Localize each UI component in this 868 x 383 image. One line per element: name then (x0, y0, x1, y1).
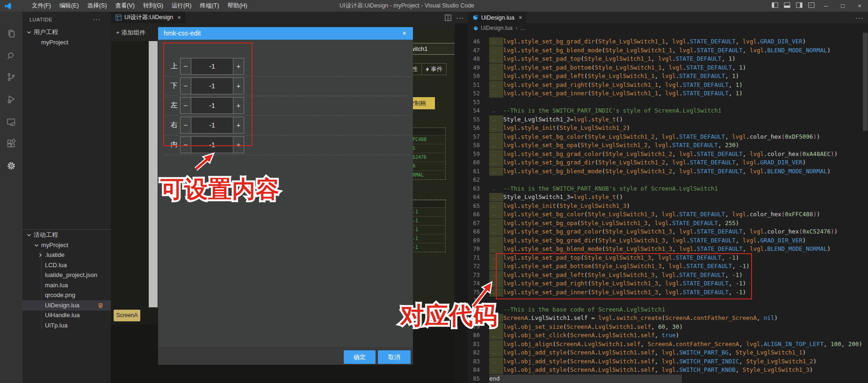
tab-ui-designer[interactable]: UI设计器:UiDesign × (111, 12, 186, 23)
title-bar: 文件(F)编辑(E)选择(S)查看(V)转到(G)运行(R)终端(T)帮助(H)… (0, 0, 868, 12)
lightning-icon (426, 67, 429, 72)
editor-actions-more-icon[interactable]: ··· (456, 14, 464, 21)
current-line-highlight (489, 375, 682, 383)
code-line-62: 62 (468, 176, 868, 184)
code-line-63: 63→--This is the SWITCH_PART_KNOB's styl… (468, 184, 868, 193)
designer-tabbar-actions[interactable]: ··· (445, 12, 464, 23)
tree-item-用户工程[interactable]: 用户工程 (22, 27, 111, 37)
tree-item-main.lua[interactable]: main.lua (22, 280, 111, 291)
dialog-title: hmk-css-edit (164, 29, 201, 37)
code-line-78: 78→ScreenA.LvglSwitch1.self = lvgl.switc… (468, 314, 868, 323)
search-icon[interactable] (6, 51, 16, 61)
tree-item-UiTp.lua[interactable]: UiTp.lua (22, 320, 111, 331)
sidebar-more-icon[interactable]: ··· (93, 15, 101, 23)
minimize-button[interactable]: – (817, 0, 834, 12)
designer-tab-bar: UI设计器:UiDesign × ··· (111, 12, 468, 23)
tree-item-UiHandle.lua[interactable]: UiHandle.lua (22, 310, 111, 320)
editor-actions-more-icon[interactable]: ··· (855, 14, 863, 21)
close-button[interactable]: × (851, 0, 868, 12)
lua-file-icon (472, 14, 478, 21)
property-value[interactable]: -1 (411, 243, 445, 252)
property-value[interactable]: R (411, 162, 445, 170)
property-value[interactable]: -1 (411, 225, 445, 234)
style-value-group: FC488SS2476RRMAL (410, 128, 446, 180)
menu-item-1[interactable]: 编辑(E) (55, 0, 83, 12)
code-line-53: 53 (468, 98, 868, 107)
explorer-icon[interactable] (6, 28, 16, 39)
menu-bar: 文件(F)编辑(E)选择(S)查看(V)转到(G)运行(R)终端(T)帮助(H) (28, 0, 252, 12)
menu-item-5[interactable]: 运行(R) (167, 0, 195, 12)
property-value[interactable]: FC488 (411, 135, 445, 144)
code-line-60: 60→lvgl.style_set_bg_grad_dir(Style_Lvgl… (468, 158, 868, 167)
remote-explorer-icon[interactable] (6, 117, 16, 128)
tree-item-myProject[interactable]: myProject (22, 37, 111, 48)
code-line-61: 61→lvgl.style_set_bg_blend_mode(Style_Lv… (468, 167, 868, 176)
breadcrumb[interactable]: UiDesign.lua › … (468, 23, 868, 33)
extensions-icon[interactable] (6, 139, 16, 149)
tab-close-icon[interactable]: × (177, 14, 181, 21)
annotation-arrow-1 (189, 149, 222, 174)
tab-close-icon[interactable]: × (519, 14, 522, 21)
lua-file-icon (473, 26, 478, 31)
code-line-64: 64→Style_LvglSwitch1_3=lvgl.style_t() (468, 193, 868, 202)
maximize-button[interactable]: □ (834, 0, 851, 12)
code-line-65: 65→lvgl.style_init(Style_LvglSwitch1_3) (468, 202, 868, 211)
ok-button[interactable]: 确定 (344, 350, 376, 364)
code-line-70: 70→lvgl.style_set_bg_blend_mode(Style_Lv… (468, 245, 868, 254)
tree-item-luatide_project.json[interactable]: luatide_project.json (22, 270, 111, 280)
toggle-secondary-sidebar-icon[interactable] (793, 2, 805, 10)
tree-item-myProject[interactable]: myProject (22, 240, 111, 250)
toggle-sidebar-icon[interactable] (769, 2, 781, 10)
tree-item-qrcode.png[interactable]: qrcode.png (22, 290, 111, 300)
code-line-47: 47→lvgl.style_set_bg_blend_mode(Style_Lv… (468, 46, 868, 55)
editor-scrollbar[interactable] (863, 33, 868, 131)
property-value[interactable]: S (411, 144, 445, 153)
run-debug-icon[interactable] (6, 94, 16, 105)
property-value[interactable]: RMAL (411, 170, 445, 179)
designer-canvas-edge (149, 41, 158, 307)
cancel-button[interactable]: 取消 (378, 350, 411, 364)
screen-tab-screena[interactable]: ScreenA (114, 310, 140, 321)
breadcrumb-separator: › (515, 25, 517, 31)
luatide-gear-icon[interactable] (6, 161, 16, 171)
code-line-67: 67→lvgl.style_set_bg_opa(Style_LvglSwitc… (468, 219, 868, 228)
menu-item-6[interactable]: 终端(T) (195, 0, 223, 12)
dialog-footer: 确定 取消 (158, 347, 413, 365)
code-line-55: 55→Style_LvglSwitch1_2=lvgl.style_t() (468, 115, 868, 124)
window-title: UI设计器:UiDesign - myProject - Visual Stud… (299, 0, 514, 12)
tree-item-活动工程[interactable]: 活动工程 (22, 230, 111, 240)
menu-item-4[interactable]: 转到(G) (139, 0, 167, 12)
menu-item-3[interactable]: 查看(V) (111, 0, 139, 12)
property-value[interactable]: -1 (411, 207, 445, 216)
tree-item-.luatide[interactable]: .luatide (22, 250, 111, 260)
code-line-57: 57→lvgl.style_set_bg_color(Style_LvglSwi… (468, 133, 868, 142)
code-line-54: 54→--This is the SWITCH_PART_INDIC's sty… (468, 106, 868, 115)
code-line-51: 51→lvgl.style_set_pad_right(Style_LvglSw… (468, 81, 868, 90)
menu-item-2[interactable]: 选择(S) (83, 0, 111, 12)
sidebar-title: LUATIDE (29, 17, 52, 22)
designer-tab-icon (116, 14, 122, 21)
editor-tabbar-actions[interactable]: ··· (855, 12, 863, 23)
tab-uidesign-lua[interactable]: UiDesign.lua × (468, 12, 527, 23)
add-component-button[interactable]: + 添加组件 (116, 28, 145, 37)
tree-item-UiDesign.lua[interactable]: UiDesign.lua (22, 300, 111, 311)
split-editor-icon[interactable] (445, 14, 451, 21)
menu-item-7[interactable]: 帮助(H) (223, 0, 251, 12)
annotation-arrow-2 (467, 275, 499, 310)
toggle-panel-icon[interactable] (781, 2, 793, 10)
tab-events[interactable]: 事件 (422, 64, 446, 75)
code-line-66: 66→lvgl.style_set_bg_color(Style_LvglSwi… (468, 210, 868, 219)
property-value[interactable]: -1 (411, 234, 445, 243)
dialog-close-icon[interactable]: × (402, 29, 406, 37)
group-header (411, 200, 445, 207)
customize-layout-icon[interactable] (805, 2, 817, 10)
menu-item-0[interactable]: 文件(F) (28, 0, 55, 12)
code-area[interactable]: 46→lvgl.style_set_bg_grad_dir(Style_Lvgl… (468, 33, 868, 383)
code-line-52: 52→lvgl.style_set_pad_inner(Style_LvglSw… (468, 89, 868, 98)
property-value[interactable]: S2476 (411, 153, 445, 162)
dialog-header[interactable]: hmk-css-edit × (158, 27, 413, 40)
code-line-82: 82→lvgl.obj_add_style(ScreenA.LvglSwitch… (468, 348, 868, 357)
property-value[interactable]: -1 (411, 216, 445, 225)
source-control-icon[interactable] (6, 72, 16, 82)
tree-item-LCD.lua[interactable]: LCD.lua (22, 260, 111, 270)
